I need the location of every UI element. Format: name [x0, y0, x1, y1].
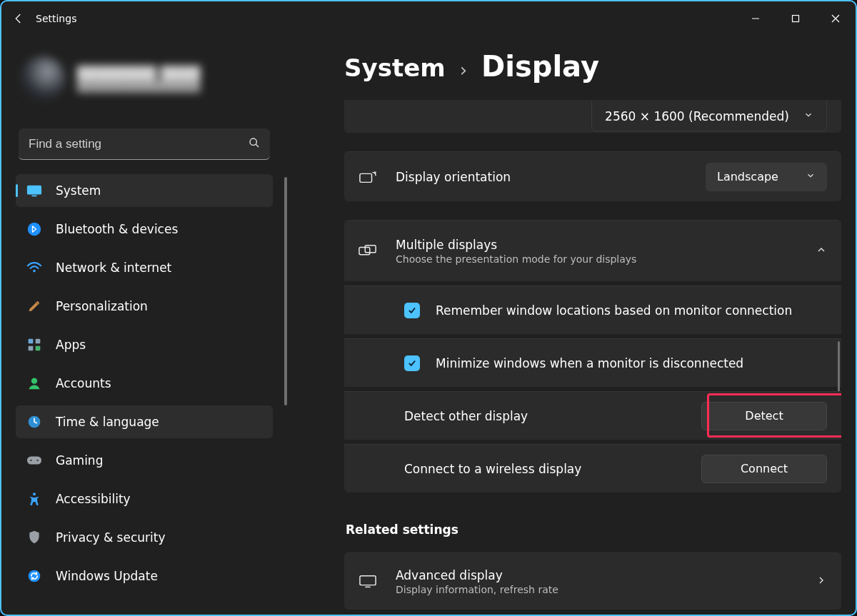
sidebar-item-gaming[interactable]: Gaming: [16, 444, 273, 477]
resolution-select[interactable]: 2560 × 1600 (Recommended): [591, 101, 827, 131]
wifi-icon: [26, 259, 43, 276]
sidebar-item-label: Apps: [56, 338, 86, 352]
svg-rect-13: [36, 346, 41, 351]
breadcrumb-display: Display: [481, 50, 599, 83]
svg-rect-24: [360, 575, 376, 585]
sidebar-item-accessibility[interactable]: Accessibility: [16, 483, 273, 515]
detect-other-display-row: Detect other display Detect: [344, 391, 841, 440]
navigation-pane: ████████ ████ ████████████████ System: [1, 41, 287, 615]
resolution-value: 2560 × 1600 (Recommended): [605, 109, 789, 123]
sidebar-item-label: Gaming: [56, 453, 103, 468]
sidebar-item-label: Windows Update: [56, 569, 158, 583]
sidebar-item-label: Network & internet: [56, 261, 171, 275]
svg-point-18: [36, 460, 39, 462]
titlebar: Settings: [1, 1, 856, 36]
settings-window: Settings ████████ ████ ████████████████: [0, 0, 857, 616]
sidebar-item-label: Privacy & security: [56, 530, 166, 545]
close-button[interactable]: [816, 1, 856, 36]
search-icon: [249, 137, 260, 151]
sidebar-item-label: Accessibility: [56, 492, 131, 506]
content-area: System › Display 2560 × 1600 (Recommende…: [344, 41, 841, 615]
minimize-label: Minimize windows when a monitor is disco…: [436, 356, 743, 370]
svg-rect-21: [360, 173, 372, 182]
back-arrow-icon: [12, 12, 25, 25]
sidebar-item-personalization[interactable]: Personalization: [16, 290, 273, 323]
maximize-icon: [791, 14, 800, 23]
sidebar-item-system[interactable]: System: [16, 174, 273, 207]
orientation-value: Landscape: [717, 170, 778, 183]
back-button[interactable]: [1, 1, 36, 36]
paintbrush-icon: [26, 298, 43, 315]
checkbox-checked-icon[interactable]: [404, 303, 420, 318]
bluetooth-icon: [26, 221, 43, 238]
sidebar-item-time-language[interactable]: Time & language: [16, 405, 273, 438]
person-icon: [26, 375, 43, 392]
sidebar-item-accounts[interactable]: Accounts: [16, 367, 273, 400]
search-input[interactable]: [19, 128, 270, 160]
sidebar-item-bluetooth[interactable]: Bluetooth & devices: [16, 213, 273, 246]
remember-window-locations-row[interactable]: Remember window locations based on monit…: [344, 286, 841, 334]
chevron-down-icon: [806, 170, 816, 183]
close-icon: [831, 14, 840, 23]
minimize-icon: [751, 14, 760, 23]
settings-list: 2560 × 1600 (Recommended) Display orient…: [344, 104, 841, 615]
sidebar-item-network[interactable]: Network & internet: [16, 251, 273, 284]
checkbox-checked-icon[interactable]: [404, 355, 420, 371]
nav-scrollbar-thumb[interactable]: [284, 177, 287, 405]
display-orientation-row: Display orientation Landscape: [344, 151, 841, 201]
chevron-right-icon: ›: [460, 59, 467, 81]
avatar: [20, 56, 66, 101]
multiple-displays-expander[interactable]: Multiple displays Choose the presentatio…: [344, 220, 841, 281]
sidebar-item-privacy[interactable]: Privacy & security: [16, 521, 273, 554]
connect-button-label: Connect: [741, 462, 788, 475]
search-wrap: [19, 128, 270, 160]
sidebar-item-label: System: [56, 183, 101, 198]
svg-point-4: [250, 138, 256, 145]
app-title: Settings: [36, 13, 76, 24]
svg-point-20: [29, 570, 41, 582]
nav-list: System Bluetooth & devices Network & int…: [16, 174, 273, 592]
apps-icon: [26, 336, 43, 353]
breadcrumb: System › Display: [344, 41, 841, 104]
svg-rect-11: [36, 339, 41, 344]
svg-rect-1: [793, 16, 799, 22]
sidebar-item-label: Time & language: [56, 415, 159, 429]
multiple-displays-title: Multiple displays: [396, 238, 636, 252]
svg-point-14: [31, 378, 37, 384]
svg-point-8: [28, 223, 41, 236]
orientation-select[interactable]: Landscape: [706, 163, 827, 191]
remember-label: Remember window locations based on monit…: [436, 303, 792, 318]
chevron-down-icon: [803, 109, 813, 123]
update-icon: [26, 567, 43, 585]
accessibility-icon: [26, 490, 43, 508]
svg-point-17: [30, 460, 32, 462]
sidebar-item-apps[interactable]: Apps: [16, 328, 273, 361]
advanced-display-title: Advanced display: [396, 568, 558, 582]
display-resolution-row: 2560 × 1600 (Recommended): [344, 100, 841, 133]
wireless-label: Connect to a wireless display: [404, 462, 581, 476]
maximize-button[interactable]: [776, 1, 816, 36]
svg-rect-16: [27, 457, 41, 465]
svg-line-5: [256, 144, 259, 147]
clock-globe-icon: [26, 413, 43, 430]
profile-block[interactable]: ████████ ████ ████████████████: [16, 41, 273, 108]
profile-text: ████████ ████ ████████████████: [77, 66, 200, 92]
detect-button[interactable]: Detect: [701, 402, 827, 430]
svg-rect-12: [29, 346, 34, 351]
minimize-button[interactable]: [736, 1, 776, 36]
related-settings-heading: Related settings: [346, 522, 841, 537]
advanced-display-row[interactable]: Advanced display Display information, re…: [344, 552, 841, 610]
svg-rect-7: [31, 195, 36, 196]
connect-button[interactable]: Connect: [701, 455, 827, 483]
sidebar-item-label: Accounts: [56, 376, 111, 390]
detect-button-label: Detect: [745, 409, 783, 423]
minimize-on-disconnect-row[interactable]: Minimize windows when a monitor is disco…: [344, 338, 841, 387]
orientation-label: Display orientation: [396, 170, 511, 184]
orientation-icon: [359, 168, 377, 186]
advanced-display-subtitle: Display information, refresh rate: [396, 584, 558, 595]
breadcrumb-system[interactable]: System: [344, 54, 446, 82]
multiple-displays-icon: [359, 242, 377, 261]
sidebar-item-windows-update[interactable]: Windows Update: [16, 560, 273, 592]
sidebar-item-label: Personalization: [56, 299, 148, 313]
svg-rect-23: [365, 245, 376, 252]
